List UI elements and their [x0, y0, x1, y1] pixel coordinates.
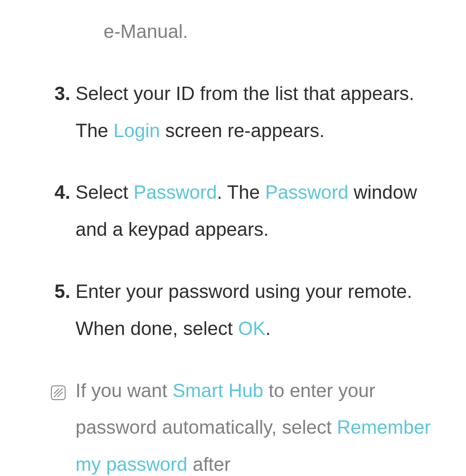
step-3-body: Select your ID from the list that appear… — [76, 75, 440, 149]
step-4-body: Select Password. The Password window and… — [76, 174, 440, 248]
login-term: Login — [113, 120, 160, 141]
note-text-3: after — [187, 454, 230, 475]
step-4-number: 4. — [41, 174, 76, 248]
step-4: 4. Select Password. The Password window … — [41, 174, 440, 248]
note-section: If you want Smart Hub to enter your pass… — [41, 372, 440, 476]
note-icon — [41, 372, 76, 476]
password-term-2: Password — [265, 182, 348, 203]
emanual-text: e-Manual. — [104, 21, 188, 42]
step-4-text-1: Select — [76, 182, 134, 203]
step-3-text-2: screen re-appears. — [160, 120, 325, 141]
step-5-number: 5. — [41, 273, 76, 347]
password-term-1: Password — [134, 182, 217, 203]
step-5-text-2: . — [265, 318, 271, 339]
step-3: 3. Select your ID from the list that app… — [41, 75, 440, 149]
note-body: If you want Smart Hub to enter your pass… — [76, 372, 440, 476]
continuation-text: e-Manual. — [104, 13, 440, 50]
ok-term: OK — [238, 318, 266, 339]
step-5-body: Enter your password using your remote. W… — [76, 273, 440, 347]
step-5: 5. Enter your password using your remote… — [41, 273, 440, 347]
step-3-number: 3. — [41, 75, 76, 149]
smart-hub-term: Smart Hub — [173, 380, 263, 401]
note-text-1: If you want — [76, 380, 173, 401]
step-4-text-2: . The — [217, 182, 265, 203]
